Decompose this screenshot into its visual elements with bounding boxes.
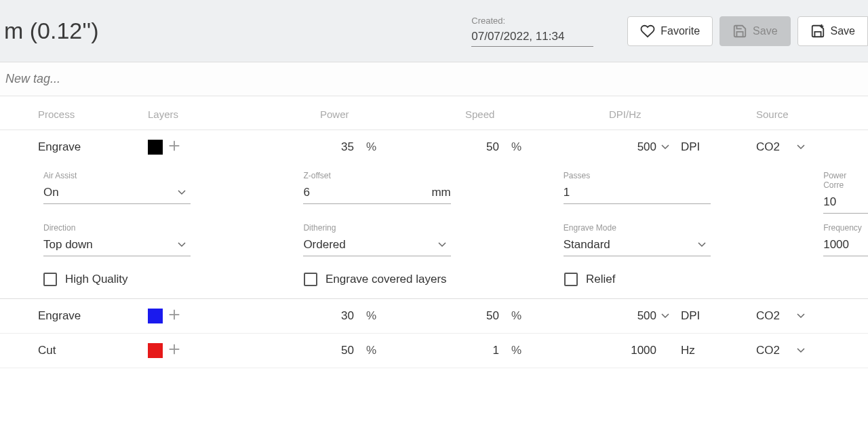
new-tag-input[interactable] — [0, 62, 868, 96]
created-value[interactable]: 07/07/2022, 11:34 — [471, 30, 593, 47]
chevron-down-icon — [693, 241, 711, 249]
table-header: Process Layers Power Speed DPI/Hz Source — [0, 96, 868, 130]
dpi-input[interactable] — [609, 309, 656, 323]
relief-checkbox[interactable]: Relief — [564, 273, 615, 286]
source-value: CO2 — [756, 309, 780, 323]
high-quality-checkbox[interactable]: High Quality — [43, 273, 304, 286]
checkbox-icon — [43, 273, 57, 286]
engrave-covered-checkbox[interactable]: Engrave covered layers — [304, 273, 564, 286]
created-block: Created: 07/07/2022, 11:34 — [471, 16, 593, 47]
engrave-mode-field[interactable]: Engrave Mode Standard — [564, 223, 711, 256]
header-bar: m (0.12'') Created: 07/07/2022, 11:34 Fa… — [0, 0, 868, 62]
checkbox-icon — [304, 273, 317, 286]
save-as-label: Save — [831, 25, 855, 37]
power-unit: % — [366, 309, 376, 323]
save-button: Save — [719, 16, 790, 46]
add-layer-icon[interactable] — [167, 342, 182, 359]
heart-icon — [640, 24, 655, 39]
chevron-down-icon — [173, 189, 191, 197]
source-value: CO2 — [756, 344, 780, 357]
favorite-label: Favorite — [660, 25, 700, 37]
dpi-unit: Hz — [681, 344, 695, 357]
dpi-unit: DPI — [681, 140, 700, 154]
material-title: m (0.12'') — [0, 18, 99, 44]
expanded-settings: Air Assist On Z-offset 6mm Passes 1 Powe… — [0, 164, 868, 299]
source-select[interactable]: CO2 — [756, 344, 868, 357]
source-select[interactable]: CO2 — [756, 309, 868, 323]
chevron-down-icon — [433, 241, 451, 249]
col-layers: Layers — [148, 108, 320, 120]
process-row[interactable]: Engrave % % DPI CO2 — [0, 130, 868, 164]
speed-unit: % — [511, 344, 521, 357]
z-offset-field[interactable]: Z-offset 6mm — [303, 171, 450, 214]
process-name: Engrave — [0, 140, 148, 154]
process-row[interactable]: Cut % % Hz CO2 — [0, 334, 868, 368]
col-dpi: DPI/Hz — [609, 108, 756, 120]
chevron-down-icon[interactable] — [656, 143, 674, 151]
favorite-button[interactable]: Favorite — [627, 16, 713, 46]
speed-unit: % — [511, 140, 521, 154]
dpi-unit: DPI — [681, 309, 700, 323]
power-input[interactable] — [320, 344, 354, 357]
direction-field[interactable]: Direction Top down — [43, 223, 191, 256]
air-assist-field[interactable]: Air Assist On — [43, 171, 191, 214]
chevron-down-icon — [792, 312, 810, 320]
add-layer-icon[interactable] — [167, 138, 182, 156]
dpi-input[interactable] — [609, 140, 656, 154]
layer-swatch[interactable] — [148, 343, 163, 358]
process-row[interactable]: Engrave % % DPI CO2 — [0, 299, 868, 334]
col-process: Process — [0, 108, 148, 120]
process-name: Engrave — [0, 309, 148, 323]
process-name: Cut — [0, 344, 148, 357]
layer-swatch[interactable] — [148, 309, 163, 323]
frequency-field[interactable]: Frequency 1000 — [823, 223, 868, 256]
save-as-icon — [810, 24, 825, 39]
save-as-button[interactable]: Save — [797, 16, 868, 46]
checkbox-icon — [564, 273, 578, 286]
speed-input[interactable] — [465, 140, 499, 154]
power-correction-field[interactable]: Power Corre 10 — [823, 171, 868, 214]
dithering-field[interactable]: Dithering Ordered — [303, 223, 450, 256]
created-label: Created: — [471, 16, 593, 26]
chevron-down-icon — [792, 143, 810, 151]
chevron-down-icon — [792, 347, 810, 355]
layer-swatch[interactable] — [148, 140, 163, 155]
power-input[interactable] — [320, 140, 354, 154]
power-unit: % — [366, 344, 376, 357]
speed-unit: % — [511, 309, 521, 323]
source-select[interactable]: CO2 — [756, 140, 868, 154]
dpi-input[interactable] — [609, 344, 656, 357]
passes-field[interactable]: Passes 1 — [564, 171, 711, 214]
speed-input[interactable] — [465, 309, 499, 323]
save-icon — [732, 24, 747, 39]
add-layer-icon[interactable] — [167, 307, 182, 325]
chevron-down-icon[interactable] — [656, 312, 674, 320]
chevron-down-icon — [173, 241, 191, 249]
col-speed: Speed — [465, 108, 609, 120]
power-input[interactable] — [320, 309, 354, 323]
col-power: Power — [320, 108, 465, 120]
speed-input[interactable] — [465, 344, 499, 357]
power-unit: % — [366, 140, 376, 154]
col-source: Source — [756, 108, 868, 120]
save-label: Save — [753, 25, 777, 37]
tag-bar — [0, 62, 868, 96]
source-value: CO2 — [756, 140, 780, 154]
